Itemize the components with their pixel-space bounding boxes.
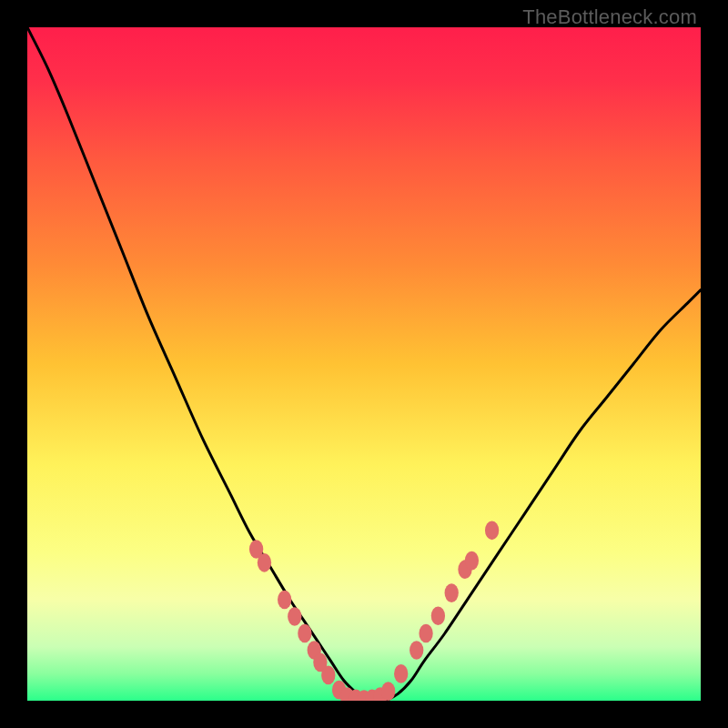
marker-dot [321, 666, 335, 685]
marker-dot [410, 641, 423, 660]
marker-dot [419, 624, 432, 643]
marker-dot [381, 682, 395, 701]
marker-dot [278, 591, 291, 610]
watermark-text: TheBottleneck.com [522, 5, 697, 29]
marker-dot [485, 521, 499, 540]
bottleneck-curve [27, 27, 701, 701]
plot-area [27, 27, 701, 701]
chart-container: TheBottleneck.com [0, 0, 728, 728]
marker-dot [431, 606, 445, 625]
marker-dot [258, 553, 271, 572]
marker-dot [394, 664, 408, 683]
marker-dot [288, 607, 301, 626]
marker-dot [445, 583, 459, 602]
marker-dot [298, 624, 311, 643]
curve-overlay [27, 27, 701, 701]
marker-dot [465, 551, 479, 571]
